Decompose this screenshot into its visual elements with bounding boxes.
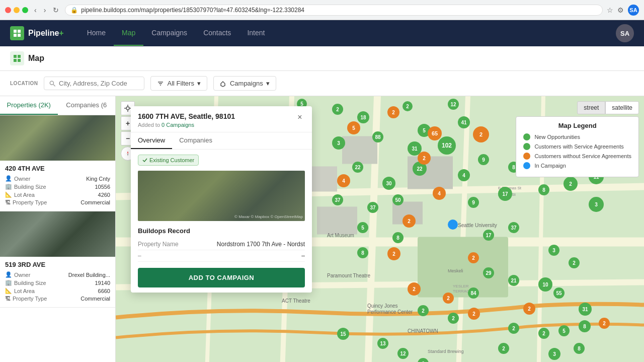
- cluster-18[interactable]: 4: [458, 169, 470, 181]
- cluster-43[interactable]: 10: [538, 277, 552, 292]
- nav-item-map[interactable]: Map: [114, 21, 143, 46]
- cluster-50[interactable]: 2: [508, 323, 519, 334]
- cluster-46[interactable]: 55: [553, 287, 565, 299]
- cluster-25[interactable]: 37: [367, 202, 378, 213]
- property-card-1[interactable]: 420 4TH AVE 👤 Owner King Cnty 🏢 Building…: [0, 115, 115, 211]
- cluster-35[interactable]: 17: [483, 230, 494, 241]
- cluster-62[interactable]: 8: [574, 343, 585, 354]
- address-bar[interactable]: 🔒 pipeline.buildops.com/map/properties/1…: [65, 5, 603, 16]
- cluster-9[interactable]: 3: [332, 136, 345, 150]
- search-input[interactable]: [59, 80, 139, 87]
- cluster-24[interactable]: 37: [332, 194, 343, 205]
- cluster-orange-8[interactable]: 2: [403, 214, 416, 228]
- nav-item-intent[interactable]: Intent: [239, 21, 273, 46]
- cluster-orange-10[interactable]: 2: [468, 252, 479, 263]
- cluster-16[interactable]: 30: [382, 177, 395, 190]
- cluster-32[interactable]: 5: [357, 222, 368, 233]
- cluster-27[interactable]: 9: [468, 197, 479, 208]
- street-view-button[interactable]: street: [577, 101, 605, 114]
- cluster-orange-14[interactable]: 2: [523, 303, 535, 315]
- cluster-orange-11[interactable]: 2: [408, 282, 421, 296]
- property-name-1: 420 4TH AVE: [5, 165, 110, 172]
- cluster-55[interactable]: 12: [397, 348, 409, 359]
- cluster-orange-1[interactable]: 2: [387, 106, 399, 118]
- cluster-orange-7[interactable]: 4: [433, 187, 446, 200]
- close-traffic-light[interactable]: [5, 7, 11, 13]
- nav-item-home[interactable]: Home: [79, 21, 114, 46]
- user-avatar-small[interactable]: SA: [628, 5, 639, 16]
- reload-button[interactable]: ↻: [51, 5, 61, 15]
- cluster-37[interactable]: 3: [589, 197, 604, 212]
- satellite-view-button[interactable]: satellite: [605, 101, 639, 114]
- cluster-61[interactable]: 3: [548, 348, 560, 360]
- cluster-orange-2[interactable]: 5: [347, 121, 360, 134]
- cluster-10[interactable]: 88: [372, 131, 383, 142]
- cluster-41[interactable]: 84: [468, 287, 479, 299]
- property-card-2[interactable]: 519 3RD AVE 👤 Owner Drexel Building... 🏢…: [0, 211, 115, 308]
- cluster-30[interactable]: 2: [564, 177, 578, 191]
- cluster-blue-1[interactable]: [448, 220, 458, 230]
- cluster-59[interactable]: 5: [558, 325, 570, 336]
- cluster-26[interactable]: 50: [392, 194, 404, 205]
- cluster-6[interactable]: 12: [448, 99, 459, 110]
- cluster-29[interactable]: 8: [538, 184, 549, 195]
- minimize-traffic-light[interactable]: [14, 7, 20, 13]
- cluster-orange-6[interactable]: 2: [473, 126, 489, 142]
- popup-tab-companies[interactable]: Companies: [172, 132, 219, 149]
- popup-campaign-link[interactable]: 0 Campaigns: [162, 122, 194, 128]
- cluster-52[interactable]: 8: [579, 320, 591, 332]
- maximize-traffic-light[interactable]: [22, 7, 28, 13]
- cluster-42[interactable]: 21: [508, 275, 519, 286]
- user-avatar[interactable]: SA: [616, 24, 634, 42]
- cluster-45[interactable]: 2: [569, 257, 580, 268]
- panel-tabs: Properties (2K) Companies (6: [0, 96, 115, 115]
- cluster-49[interactable]: 2: [448, 313, 459, 324]
- cluster-34[interactable]: 8: [357, 247, 368, 258]
- cluster-orange-3[interactable]: 65: [428, 126, 442, 140]
- cluster-40[interactable]: 29: [483, 267, 494, 278]
- cluster-orange-5[interactable]: 4: [337, 174, 350, 187]
- all-filters-button[interactable]: All Filters ▾: [150, 76, 207, 91]
- cluster-7[interactable]: 41: [458, 116, 470, 128]
- cluster-12[interactable]: 102: [438, 136, 456, 155]
- cluster-60[interactable]: 2: [498, 343, 509, 354]
- bookmark-icon[interactable]: ☆: [607, 6, 613, 14]
- cluster-orange-9[interactable]: 2: [387, 247, 400, 260]
- popup-close-button[interactable]: ×: [295, 112, 305, 122]
- search-input-wrap[interactable]: [44, 77, 144, 90]
- cluster-19[interactable]: 9: [478, 154, 489, 165]
- nav-item-campaigns[interactable]: Campaigns: [143, 21, 195, 46]
- cluster-orange-4[interactable]: 2: [418, 152, 431, 165]
- cluster-4[interactable]: 18: [357, 111, 369, 123]
- popup-tab-overview[interactable]: Overview: [131, 132, 172, 149]
- map-area[interactable]: Seattle University Paramount Theatre ACT…: [116, 96, 644, 362]
- campaigns-chevron-icon: ▾: [266, 80, 270, 87]
- cluster-33[interactable]: 8: [392, 232, 404, 243]
- cluster-56[interactable]: 6: [418, 358, 429, 362]
- cluster-53[interactable]: 15: [337, 328, 349, 340]
- cluster-51[interactable]: 2: [538, 328, 549, 339]
- cluster-47[interactable]: 31: [579, 303, 592, 316]
- type-value-1: Commercial: [80, 199, 110, 205]
- cluster-orange-12[interactable]: 2: [443, 293, 454, 304]
- forward-button[interactable]: ›: [42, 5, 48, 15]
- back-button[interactable]: ‹: [32, 5, 39, 15]
- cluster-orange-15[interactable]: 2: [599, 318, 610, 329]
- cluster-36[interactable]: 37: [508, 222, 519, 233]
- nav-item-contacts[interactable]: Contacts: [195, 21, 239, 46]
- cluster-15[interactable]: 22: [352, 162, 363, 173]
- cluster-3[interactable]: 2: [332, 104, 343, 115]
- settings-icon[interactable]: ⚙: [617, 6, 624, 14]
- cluster-5[interactable]: 2: [403, 101, 413, 111]
- lot-value-1: 4260: [98, 192, 110, 198]
- cluster-44[interactable]: 3: [548, 245, 559, 256]
- add-to-campaign-button[interactable]: ADD TO CAMPAIGN: [138, 268, 305, 287]
- tab-properties[interactable]: Properties (2K): [0, 96, 58, 115]
- cluster-48[interactable]: 2: [418, 305, 429, 316]
- tab-companies[interactable]: Companies (6: [58, 96, 116, 115]
- cluster-orange-13[interactable]: 2: [468, 308, 480, 320]
- campaigns-filter-button[interactable]: Campaigns ▾: [213, 76, 276, 91]
- cluster-28[interactable]: 17: [498, 187, 512, 201]
- size-value-1: 10556: [95, 184, 110, 190]
- cluster-54[interactable]: 13: [377, 338, 388, 349]
